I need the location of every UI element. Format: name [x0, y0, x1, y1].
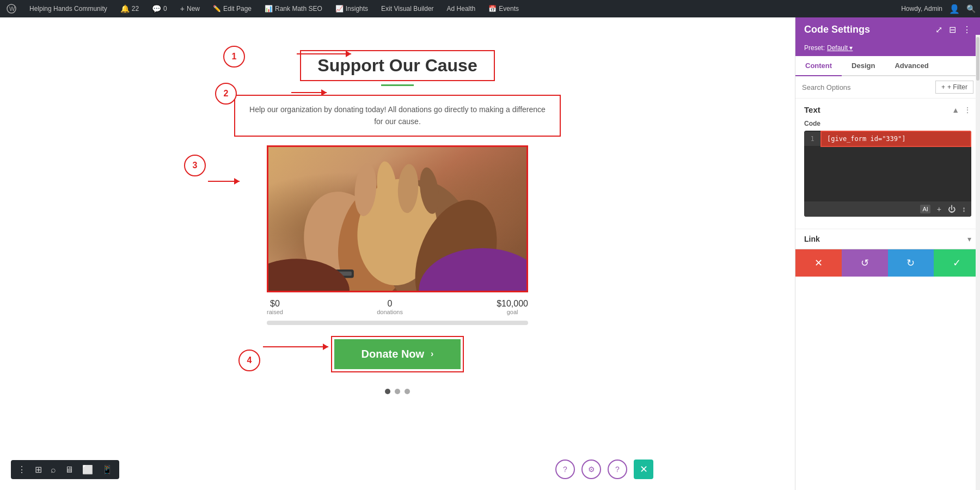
panel-menu-icon[interactable]: ⋮: [963, 24, 971, 35]
code-content[interactable]: [give_form id="339"]: [820, 131, 971, 147]
toolbar-desktop-icon[interactable]: 🖥: [64, 464, 75, 476]
code-power-icon[interactable]: ⏻: [948, 205, 955, 213]
admin-bar: W Helping Hands Community 🔔 22 💬 0 + New…: [0, 0, 980, 17]
chevron-right-icon: ›: [431, 349, 433, 359]
right-panel: Code Settings ⤢ ⊟ ⋮ Preset: Default ▾ Co…: [795, 17, 980, 490]
preset-label: Preset:: [804, 44, 825, 52]
dot-2[interactable]: [395, 389, 400, 394]
rank-math[interactable]: 📊 Rank Math SEO: [262, 5, 324, 13]
title-section: Support Our Cause: [234, 50, 561, 86]
search-options-bar: + + Filter: [795, 76, 980, 99]
section-header: Text ▲ ⋮: [804, 105, 971, 114]
title-box: Support Our Cause: [300, 50, 494, 81]
link-chevron-icon: ▾: [967, 235, 971, 243]
svg-text:W: W: [9, 5, 15, 12]
panel-title: Code Settings: [804, 24, 870, 35]
panel-columns-icon[interactable]: ⊟: [949, 24, 956, 35]
section-menu-icon[interactable]: ⋮: [964, 106, 971, 114]
ai-icon[interactable]: AI: [920, 205, 930, 213]
search-icon[interactable]: 🔍: [966, 4, 976, 13]
line-number: 1: [804, 132, 820, 146]
toolbar-grid-icon[interactable]: ⊞: [34, 463, 43, 476]
tab-design[interactable]: Design: [842, 56, 885, 76]
bottom-settings-icon[interactable]: ⚙: [581, 460, 601, 479]
code-add-icon[interactable]: +: [937, 205, 941, 213]
tab-advanced[interactable]: Advanced: [885, 56, 938, 76]
panel-tabs: Content Design Advanced: [795, 56, 980, 76]
admin-avatar-icon[interactable]: 👤: [949, 4, 960, 14]
annotation-2: 2: [215, 83, 237, 105]
code-editor[interactable]: 1 [give_form id="339"] AI + ⏻ ↕: [804, 131, 971, 217]
collapse-icon[interactable]: ▲: [952, 106, 959, 114]
image-section: [267, 145, 528, 292]
donation-image: [267, 145, 528, 292]
donations-stat: 0 donations: [377, 299, 403, 315]
exit-builder[interactable]: Exit Visual Builder: [379, 5, 436, 13]
code-line-1: 1 [give_form id="339"]: [804, 131, 971, 147]
goal-stat: $10,000 goal: [497, 299, 528, 315]
annotation-arrow-1: [297, 53, 351, 54]
annotation-1: 1: [223, 46, 245, 68]
text-section: Text ▲ ⋮ Code 1 [give_form id="339"] AI …: [795, 99, 980, 229]
panel-expand-icon[interactable]: ⤢: [935, 24, 942, 35]
events[interactable]: 📅 Events: [486, 5, 521, 13]
panel-header: Code Settings ⤢ ⊟ ⋮: [795, 17, 980, 42]
preset-value[interactable]: Default ▾: [827, 44, 853, 52]
goal-label: goal: [497, 309, 528, 315]
confirm-button[interactable]: ✓: [934, 249, 980, 277]
edit-page[interactable]: ✏️ Edit Page: [211, 5, 254, 13]
description-text: Help our organization by donating today!…: [234, 95, 561, 137]
search-options-input[interactable]: [802, 83, 931, 91]
donations-value: 0: [377, 299, 403, 309]
donations-label: donations: [377, 309, 403, 315]
code-sort-icon[interactable]: ↕: [962, 205, 966, 213]
stats-row: $0 raised 0 donations $10,000 goal: [267, 299, 528, 315]
section-controls: ▲ ⋮: [952, 106, 971, 114]
wp-logo-icon[interactable]: W: [4, 4, 19, 14]
filter-button[interactable]: + + Filter: [935, 81, 973, 94]
tab-content[interactable]: Content: [795, 56, 842, 76]
filter-label: + Filter: [947, 83, 967, 91]
toolbar-tablet-icon[interactable]: ⬜: [81, 463, 94, 476]
site-name[interactable]: Helping Hands Community: [27, 5, 109, 13]
annotation-arrow-3: [208, 181, 240, 182]
scrollbar-thumb: [976, 37, 979, 81]
toolbar-mobile-icon[interactable]: 📱: [101, 463, 114, 476]
donate-now-button[interactable]: Donate Now ›: [334, 339, 461, 369]
toolbar-menu-icon[interactable]: ⋮: [16, 463, 27, 476]
carousel-dots: [385, 389, 410, 394]
title-underline: [381, 84, 414, 86]
annotation-arrow-2: [291, 92, 327, 93]
code-label: Code: [804, 120, 971, 127]
cancel-button[interactable]: ✕: [795, 249, 842, 277]
update-count[interactable]: 🔔 22: [118, 4, 141, 13]
donate-button-label: Donate Now: [362, 348, 425, 360]
description-section: Help our organization by donating today!…: [234, 95, 561, 137]
toolbar-search-icon[interactable]: ⌕: [50, 464, 57, 476]
annotation-arrow-4: [263, 346, 328, 347]
raised-value: $0: [267, 299, 283, 309]
donate-button-wrapper: Donate Now ›: [331, 336, 464, 372]
bottom-close-button[interactable]: ✕: [634, 460, 653, 479]
panel-header-icons: ⤢ ⊟ ⋮: [935, 24, 971, 35]
comment-count[interactable]: 💬 0: [150, 4, 169, 13]
link-section[interactable]: Link ▾: [795, 229, 980, 249]
dot-3[interactable]: [405, 389, 410, 394]
undo-button[interactable]: ↺: [842, 249, 888, 277]
code-editor-toolbar: AI + ⏻ ↕: [804, 201, 971, 217]
howdy-text: Howdy, Admin: [901, 5, 942, 13]
panel-actions: ✕ ↺ ↻ ✓: [795, 249, 980, 277]
annotation-3: 3: [184, 155, 206, 176]
bottom-info-icon[interactable]: ?: [608, 460, 627, 479]
bottom-help-icon[interactable]: ?: [555, 460, 575, 479]
ad-health[interactable]: Ad Health: [445, 5, 478, 13]
new-item[interactable]: + New: [178, 4, 202, 13]
section-title-label: Text: [804, 105, 820, 114]
filter-plus-icon: +: [941, 83, 945, 91]
link-label: Link: [804, 235, 820, 243]
insights[interactable]: 📈 Insights: [333, 5, 370, 13]
panel-scrollbar[interactable]: [976, 35, 980, 490]
dot-1[interactable]: [385, 389, 390, 394]
redo-button[interactable]: ↻: [888, 249, 934, 277]
page-title: Support Our Cause: [317, 56, 477, 76]
